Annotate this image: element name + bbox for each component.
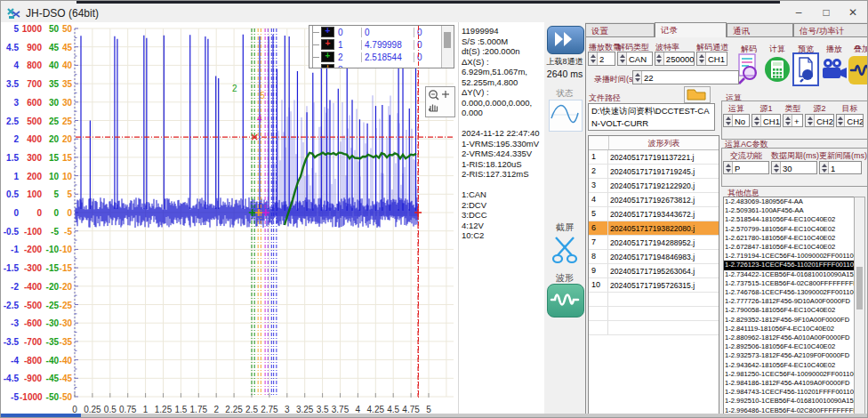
decoded-frame-row[interactable]: 1-2.483069-180956F4-AA [724, 197, 855, 206]
waveform-file-row[interactable]: 32024051717192122920.j [589, 179, 719, 193]
spinner-arrows[interactable] [724, 162, 733, 173]
maximize-button[interactable]: □ [813, 4, 840, 22]
decoded-frame-row[interactable]: 1-2.892506-181056F4-EC10C40E02 [724, 342, 855, 351]
y-axis-tick: -40 [43, 356, 59, 366]
decoded-frame-row[interactable]: 1-2.841119-181056F4-EC10C40E02 [724, 325, 855, 334]
waveform-file-row[interactable]: 82024051717194846983.j [589, 250, 719, 264]
decode-button[interactable] [735, 52, 762, 86]
ac-param-stepper[interactable]: P [723, 161, 769, 174]
spinner-arrows[interactable] [784, 115, 792, 126]
graph-tools-palette[interactable] [425, 86, 455, 117]
waveform-file-row[interactable]: 52024051717193443672.j [589, 207, 719, 221]
legend-row[interactable]: +000 [309, 26, 441, 38]
decoded-frame-row[interactable]: 1-2.737515-1CEB56F4-02C800FFFFFFFFFF [724, 279, 855, 288]
browse-folder-button[interactable] [684, 86, 711, 103]
play-count-stepper[interactable]: 2 [588, 52, 615, 66]
decoded-frame-row[interactable]: 1-2.829352-1812F456-9F10A00F0000FD [724, 316, 855, 325]
decoded-frame-row[interactable]: 1-2.719194-1CEC56F4-10090002FF001100 [724, 252, 855, 261]
decoded-frame-row[interactable]: 1-2.984186-1812F456-A4109A0F0000FD [724, 379, 855, 388]
close-button[interactable]: ✕ [840, 4, 866, 22]
decoded-frame-row[interactable]: 1-2.621780-181056F4-EC10C40E02 [724, 234, 855, 243]
spinner-arrows[interactable] [618, 52, 627, 65]
legend-row[interactable]: +22.5185440 [309, 51, 441, 63]
waveform-file-row[interactable]: 12024051717191137221.j [589, 150, 719, 165]
legend-scrollbar-thumb[interactable] [444, 32, 451, 48]
spinner-arrows[interactable] [655, 52, 664, 65]
status-waveform-indicator[interactable] [549, 100, 583, 132]
frames-list-scrollbar-thumb[interactable] [856, 267, 863, 309]
decoded-frame-row[interactable]: 1-2.932573-1812F456-A2109F0F0000FD [724, 351, 855, 360]
spinner-arrows[interactable] [633, 71, 642, 84]
tab-signal-power[interactable]: 信号/功率计 [793, 23, 868, 36]
decoded-frames-list[interactable]: 1-2.483069-180956F4-AA1-2.509361-100AF45… [723, 197, 856, 417]
tab-record[interactable]: 记录 [655, 22, 727, 37]
spinner-arrows[interactable] [772, 162, 781, 173]
legend-row[interactable]: +14.7999980 [309, 38, 441, 51]
y-axis-tick: -50 [43, 392, 59, 402]
preview-button[interactable] [792, 52, 819, 86]
waveform-file-name: 2024051717192122920.j [608, 179, 719, 192]
ac-param-stepper[interactable]: 1 [819, 161, 862, 174]
decode-type-stepper[interactable]: CAN [617, 52, 653, 66]
spinner-arrows[interactable] [697, 52, 706, 65]
frames-list-scrollbar[interactable] [854, 197, 865, 415]
spinner-arrows[interactable] [806, 115, 815, 126]
red-vertical-cursor[interactable] [418, 26, 419, 399]
spinner-arrows[interactable] [820, 162, 829, 173]
spinner-arrows[interactable] [724, 115, 733, 126]
decoded-frame-row[interactable]: 1-2.981250-1CEC56F4-10090002FF001100 [724, 370, 855, 379]
waveform-button[interactable] [547, 284, 584, 318]
baud-rate-stepper[interactable]: 250000 [655, 52, 695, 66]
fast-forward-button[interactable] [547, 26, 584, 54]
playback-button[interactable] [821, 52, 848, 86]
decoded-frame-row[interactable]: 1-2.672847-181056F4-EC10C40E02 [724, 243, 855, 252]
decoded-frame-row[interactable]: 1-2.943642-181056F4-EC10C40E02 [724, 361, 855, 370]
decoded-frame-row[interactable]: 1-2.880962-1812F456-A010A00F0000FD [724, 334, 855, 342]
compute-button[interactable] [764, 52, 791, 86]
title-bar[interactable]: JH-DSO (64bit) – □ ✕ [1, 4, 867, 23]
minimize-button[interactable]: – [785, 4, 812, 22]
record-time-stepper[interactable]: 22 [632, 70, 739, 84]
waveform-file-row[interactable]: 92024051717195263064.j [589, 264, 719, 278]
y-axis-tick: -45 [59, 374, 72, 383]
legend-scrollbar[interactable] [441, 26, 454, 68]
tab-settings[interactable]: 设置 [585, 23, 655, 36]
spinner-arrows[interactable] [589, 52, 598, 65]
decoded-frame-row[interactable]: 1-2.777726-1812F456-9D10A00F0000FD [724, 297, 855, 306]
overlay-button[interactable] [848, 52, 868, 86]
y-axis-tick: 500 [20, 117, 42, 126]
legend-row[interactable]: +3 [309, 63, 441, 68]
waveform-file-row[interactable]: 42024051717192673812.j [589, 193, 719, 207]
decoded-frame-row[interactable]: 1-2.984743-1CECF456-110201FFFF001100 [724, 388, 855, 397]
decoded-frame-row[interactable]: 1-2.726123-1CECF456-110201FFFF001100 [724, 261, 855, 269]
y-axis-tick: 45 [43, 43, 59, 52]
spinner-arrows[interactable] [752, 115, 761, 126]
decoded-frame-row[interactable]: 1-2.509361-100AF456-AA [724, 206, 855, 215]
oscilloscope-plot[interactable]: 54.543.532.521.510.50-0.5-1-1.5-2-2.5-3-… [1, 22, 458, 415]
waveform-file-row[interactable]: 22024051717191719245.j [589, 165, 719, 179]
decoded-frame-row[interactable]: 1-2.746768-1CECF456-13090002FF001100 [724, 288, 855, 297]
waveform-file-row[interactable]: 102024051717195726315.j [589, 278, 719, 293]
ac-param-stepper[interactable]: 30 [771, 161, 817, 174]
calc-4-stepper[interactable]: CH2 [836, 114, 864, 127]
calc-0-stepper[interactable]: No [723, 114, 750, 127]
calc-3-stepper[interactable]: CH2 [805, 114, 834, 127]
waveform-file-row[interactable]: 62024051717193822080.j [589, 221, 719, 236]
decoded-frame-row[interactable]: 1-2.790058-181056F4-EC10C40E02 [724, 306, 855, 315]
calc-1-stepper[interactable]: CH1 [751, 114, 781, 127]
decoded-frame-row[interactable]: 1-2.992510-1CEB56F4-016810010090A15A [724, 397, 855, 406]
tab-comm[interactable]: 通讯 [727, 23, 793, 36]
decoded-frame-row[interactable]: 1-2.734422-1CEB56F4-016810010090A15A [724, 270, 855, 279]
legend[interactable]: +000+14.7999980+22.5185440+3 [309, 25, 454, 68]
calc-2-stepper[interactable]: + [783, 114, 803, 127]
decoded-frame-row[interactable]: 1-2.518544-181056F4-EC10C40E02 [724, 215, 855, 224]
waveform-file-list[interactable]: 波形列表 12024051717191137221.j2202405171719… [588, 135, 719, 414]
decoded-frame-row[interactable]: 1-2.570799-181056F4-EC10C40E02 [724, 225, 855, 234]
decode-magnifier-doc-icon [735, 52, 762, 86]
file-path-value[interactable]: D:\快速访问资料\DCCTEST-CAN-VOLT-CURR [588, 103, 715, 131]
spinner-arrows[interactable] [837, 115, 845, 126]
waveform-canvas[interactable]: 254 [74, 26, 454, 405]
decode-channel-stepper[interactable]: CH1 [696, 52, 727, 66]
waveform-file-row[interactable]: 72024051717194288952.j [589, 236, 719, 250]
screenshot-scissors-button[interactable] [550, 233, 580, 269]
